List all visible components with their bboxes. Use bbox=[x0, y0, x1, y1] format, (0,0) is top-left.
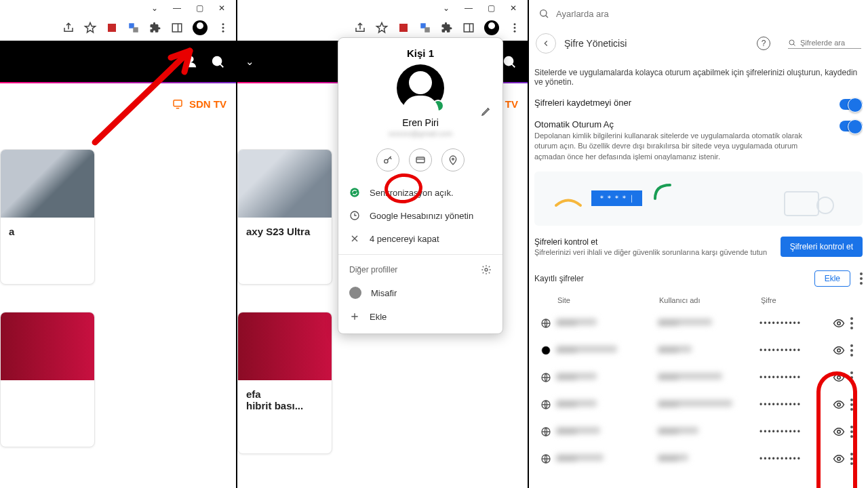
show-password-eye-icon[interactable] bbox=[827, 344, 850, 357]
card-title: efa hibrit bası... bbox=[238, 380, 332, 420]
kebab-menu-icon[interactable] bbox=[509, 22, 521, 34]
settings-search-input[interactable] bbox=[556, 9, 859, 19]
site-tabbar: SDN TV bbox=[0, 88, 236, 119]
more-menu-icon[interactable] bbox=[860, 272, 863, 285]
password-table-header: Site Kullanıcı adı Şifre bbox=[534, 296, 863, 310]
panel-2-profile-popup: ⌄ — ▢ ✕ ⌄ bbox=[237, 0, 529, 488]
password-row[interactable]: xxxxx xxxxx •••••••••• bbox=[534, 337, 863, 364]
popup-avatar bbox=[397, 64, 444, 112]
gradient-divider bbox=[0, 82, 236, 83]
add-profile-row[interactable]: Ekle bbox=[338, 305, 502, 328]
site-cell: xxxxx bbox=[556, 454, 604, 461]
edit-pencil-icon[interactable] bbox=[481, 106, 492, 119]
sdn-tv-tab[interactable]: SDN TV bbox=[172, 98, 226, 110]
extensions-puzzle-icon[interactable] bbox=[149, 22, 161, 34]
search-icon[interactable] bbox=[502, 54, 517, 69]
settings-search-bar[interactable] bbox=[529, 0, 868, 27]
check-passwords-button[interactable]: Şifreleri kontrol et bbox=[781, 237, 863, 257]
svg-point-22 bbox=[384, 159, 388, 163]
extension-red-icon[interactable] bbox=[106, 22, 118, 34]
nav-menu-item[interactable]: ⌄ bbox=[245, 56, 254, 68]
site-favicon-icon bbox=[536, 345, 556, 356]
gear-icon[interactable] bbox=[481, 264, 492, 275]
close-icon[interactable]: ✕ bbox=[510, 3, 517, 13]
popup-user-email: xxxxxx@gmail.com bbox=[338, 129, 502, 138]
password-row[interactable]: xxxxx xxxxx •••••••••• bbox=[534, 391, 863, 418]
password-search-input[interactable] bbox=[800, 39, 861, 47]
show-password-eye-icon[interactable] bbox=[827, 317, 850, 329]
svg-point-6 bbox=[222, 27, 224, 29]
password-manager-header: Şifre Yöneticisi ? bbox=[529, 33, 868, 54]
svg-point-18 bbox=[514, 30, 516, 33]
check-desc: Şifrelerinizi veri ihlali ve diğer güven… bbox=[534, 248, 767, 256]
guest-profile-row[interactable]: Misafir bbox=[338, 281, 502, 305]
globe-icon bbox=[536, 453, 556, 464]
svg-rect-3 bbox=[172, 24, 182, 32]
profile-avatar-icon[interactable] bbox=[484, 20, 499, 35]
side-panel-icon[interactable] bbox=[462, 22, 475, 34]
kebab-menu-icon[interactable] bbox=[217, 22, 229, 34]
share-icon[interactable] bbox=[354, 22, 366, 34]
auto-signin-desc: Depolanan kimlik bilgilerini kullanarak … bbox=[534, 131, 806, 162]
close-windows-row[interactable]: 4 pencereyi kapat bbox=[338, 227, 502, 250]
site-cell: xxxxx bbox=[556, 319, 597, 325]
svg-point-25 bbox=[452, 158, 454, 160]
svg-point-30 bbox=[789, 40, 794, 45]
article-card[interactable] bbox=[0, 312, 95, 447]
svg-rect-2 bbox=[133, 27, 138, 33]
svg-point-7 bbox=[222, 30, 224, 33]
svg-point-17 bbox=[514, 27, 516, 29]
close-icon[interactable]: ✕ bbox=[218, 3, 225, 13]
translate-icon[interactable] bbox=[419, 22, 431, 34]
manage-google-account[interactable]: Google Hesabınızı yönetin bbox=[338, 204, 502, 227]
profile-avatar-icon[interactable] bbox=[193, 20, 208, 35]
side-panel-icon[interactable] bbox=[171, 22, 183, 34]
star-icon[interactable] bbox=[84, 22, 96, 34]
star-icon[interactable] bbox=[376, 22, 388, 34]
window-controls: ⌄ — ▢ ✕ bbox=[151, 0, 236, 16]
maximize-icon[interactable]: ▢ bbox=[196, 3, 203, 13]
minimize-icon[interactable]: — bbox=[465, 3, 473, 13]
article-card[interactable]: a bbox=[0, 149, 95, 285]
article-card[interactable]: axy S23 Ultra bbox=[237, 149, 332, 285]
maximize-icon[interactable]: ▢ bbox=[488, 3, 495, 13]
password-row[interactable]: xxxxx xxxxx •••••••••• bbox=[534, 418, 863, 445]
article-card[interactable]: efa hibrit bası... bbox=[237, 312, 332, 454]
password-cell: •••••••••• bbox=[760, 373, 827, 382]
password-search[interactable] bbox=[788, 39, 861, 49]
panel-1-browser-arrow: ⌄ — ▢ ✕ SDN TV a bbox=[0, 0, 237, 488]
back-arrow-icon[interactable] bbox=[536, 33, 556, 54]
password-row[interactable]: xxxxx xxxxx •••••••••• bbox=[534, 310, 863, 337]
globe-icon bbox=[536, 399, 556, 410]
row-more-icon[interactable] bbox=[850, 344, 861, 357]
password-row[interactable]: xxxxx xxxxx •••••••••• bbox=[534, 364, 863, 391]
translate-icon[interactable] bbox=[127, 22, 140, 34]
card-title: a bbox=[1, 218, 94, 245]
chevron-down-icon[interactable]: ⌄ bbox=[151, 3, 158, 13]
auto-signin-label: Otomatik Oturum Aç bbox=[534, 119, 806, 129]
share-icon[interactable] bbox=[62, 22, 75, 34]
card-title: axy S23 Ultra bbox=[238, 218, 332, 245]
offer-save-row: Şifreleri kaydetmeyi öner bbox=[534, 98, 863, 110]
extension-red-icon[interactable] bbox=[397, 22, 410, 34]
chevron-down-icon[interactable]: ⌄ bbox=[443, 3, 450, 13]
svg-rect-0 bbox=[108, 24, 116, 32]
svg-point-16 bbox=[514, 23, 516, 25]
help-icon[interactable]: ? bbox=[757, 37, 770, 50]
extensions-puzzle-icon[interactable] bbox=[441, 22, 453, 34]
add-password-button[interactable]: Ekle bbox=[814, 270, 850, 287]
illust-password-box: ＊＊＊＊｜ bbox=[591, 190, 642, 206]
address-pin-icon[interactable] bbox=[441, 148, 465, 171]
password-key-icon[interactable] bbox=[376, 148, 399, 171]
offer-save-toggle[interactable] bbox=[840, 99, 863, 110]
site-cell: xxxxx bbox=[556, 427, 600, 434]
search-icon[interactable] bbox=[210, 54, 225, 69]
col-user: Kullanıcı adı bbox=[659, 296, 761, 304]
payment-card-icon[interactable] bbox=[409, 148, 432, 171]
auto-signin-toggle[interactable] bbox=[840, 121, 863, 131]
password-row[interactable]: xxxxx xxxxx •••••••••• bbox=[534, 445, 863, 472]
row-more-icon[interactable] bbox=[850, 317, 861, 329]
minimize-icon[interactable]: — bbox=[173, 3, 181, 13]
person-outline-icon[interactable] bbox=[183, 54, 198, 69]
guest-avatar-icon bbox=[349, 287, 361, 299]
